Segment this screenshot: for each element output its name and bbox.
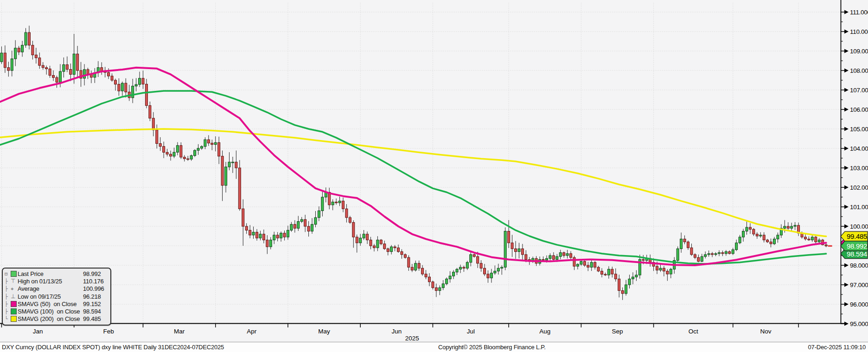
tick-arrow-icon bbox=[844, 186, 849, 190]
candle bbox=[559, 253, 562, 256]
month-label: Sep bbox=[612, 328, 623, 335]
candle bbox=[463, 267, 465, 268]
candle bbox=[484, 268, 486, 274]
candle bbox=[573, 257, 575, 266]
candle bbox=[508, 231, 510, 243]
candle bbox=[366, 234, 369, 240]
candle bbox=[276, 235, 279, 238]
price-tick-label: 100.000 bbox=[850, 223, 868, 230]
candle bbox=[269, 240, 272, 247]
candle bbox=[259, 234, 262, 238]
candle bbox=[0, 53, 3, 62]
candle bbox=[66, 64, 68, 69]
price-tick-label: 108.000 bbox=[850, 67, 868, 74]
candle bbox=[25, 32, 27, 45]
candle bbox=[735, 243, 738, 250]
candle bbox=[497, 268, 499, 271]
candle bbox=[111, 76, 113, 80]
candle bbox=[511, 243, 513, 249]
candle bbox=[570, 254, 572, 257]
candle bbox=[439, 288, 441, 290]
sma200-line bbox=[0, 129, 826, 237]
legend-row-smavg200[interactable]: └SMAVG (200) on Close99.485 bbox=[5, 315, 108, 323]
candle bbox=[132, 86, 134, 98]
year-label: 2025 bbox=[405, 335, 419, 342]
legend-value: 99.485 bbox=[83, 315, 108, 322]
candle bbox=[825, 245, 827, 246]
legend-row-average[interactable]: ├⌖Average100.996 bbox=[5, 285, 108, 293]
candle bbox=[114, 80, 116, 84]
month-label: Oct bbox=[689, 328, 698, 335]
candle bbox=[480, 263, 482, 269]
candle bbox=[418, 263, 420, 269]
candle bbox=[28, 32, 30, 45]
candle bbox=[149, 106, 151, 118]
candle bbox=[683, 239, 686, 242]
chart-legend[interactable]: ⊟Last Price98.992├⊤High on 01/13/25110.1… bbox=[2, 268, 111, 326]
price-tick-label: 104.000 bbox=[850, 145, 868, 152]
candle bbox=[453, 272, 455, 276]
candle bbox=[266, 240, 268, 247]
legend-row-smavg100[interactable]: ├SMAVG (100) on Close98.594 bbox=[5, 307, 108, 315]
candle bbox=[404, 255, 406, 257]
candle bbox=[677, 249, 679, 260]
candle bbox=[380, 240, 382, 243]
candle bbox=[773, 239, 776, 244]
candles[interactable] bbox=[0, 26, 827, 300]
candle bbox=[556, 256, 558, 259]
legend-label: Last Price bbox=[18, 270, 44, 277]
legend-row-high[interactable]: ├⊤High on 01/13/25110.176 bbox=[5, 277, 108, 285]
candle bbox=[466, 262, 468, 269]
price-tick-label: 107.000 bbox=[850, 87, 868, 94]
legend-tree-icon: ├ bbox=[5, 294, 11, 299]
legend-row-last-price[interactable]: ⊟Last Price98.992 bbox=[5, 270, 108, 277]
candle bbox=[342, 201, 345, 209]
legend-label: SMAVG (100) on Close bbox=[18, 308, 80, 315]
candle bbox=[363, 234, 365, 238]
candle bbox=[728, 252, 731, 254]
candle bbox=[701, 256, 703, 262]
candle bbox=[504, 231, 506, 268]
tick-arrow-icon bbox=[844, 30, 849, 34]
candle bbox=[818, 240, 820, 242]
legend-value: 96.218 bbox=[83, 293, 108, 300]
price-chart-svg[interactable]: 95.00096.00097.00098.00099.000100.000101… bbox=[0, 0, 868, 352]
candle bbox=[580, 262, 582, 264]
legend-row-smavg50[interactable]: ├SMAVG (50) on Close99.152 bbox=[5, 300, 108, 307]
candle bbox=[760, 235, 762, 236]
candle bbox=[32, 45, 34, 55]
candle bbox=[156, 130, 158, 143]
candle bbox=[311, 224, 313, 231]
candle bbox=[521, 249, 523, 255]
candle bbox=[473, 255, 475, 256]
legend-label: Average bbox=[18, 285, 39, 292]
candle bbox=[190, 156, 192, 160]
candle bbox=[135, 84, 137, 86]
month-label: May bbox=[318, 328, 330, 335]
month-label: Aug bbox=[539, 328, 550, 335]
candle bbox=[335, 202, 338, 203]
price-axis[interactable]: 95.00096.00097.00098.00099.000100.000101… bbox=[841, 0, 868, 327]
candle bbox=[262, 234, 265, 240]
candle bbox=[766, 240, 769, 242]
candle bbox=[666, 271, 669, 274]
price-tick-label: 109.000 bbox=[850, 48, 868, 55]
candle bbox=[756, 234, 758, 236]
legend-row-low[interactable]: ├⊥Low on 09/17/2596.218 bbox=[5, 293, 108, 300]
month-label: Feb bbox=[103, 328, 114, 335]
price-tick-label: 96.000 bbox=[850, 301, 868, 308]
candle bbox=[632, 277, 634, 279]
candle bbox=[349, 218, 351, 223]
candle bbox=[38, 58, 41, 65]
status-bar: DXY Curncy (DOLLAR INDEX SPOT) dxy line … bbox=[0, 342, 868, 352]
legend-value: 110.176 bbox=[83, 278, 108, 285]
smavg50-swatch-icon bbox=[11, 301, 18, 307]
legend-tree-icon: ⊟ bbox=[5, 271, 11, 276]
candle bbox=[715, 254, 717, 255]
candle bbox=[11, 59, 13, 70]
candle bbox=[607, 269, 610, 275]
candle bbox=[428, 277, 431, 282]
candle bbox=[401, 252, 403, 255]
time-axis[interactable]: JanFebMarAprMayJunJulAugSepOctNov2025 bbox=[0, 323, 844, 342]
candle bbox=[73, 54, 75, 74]
